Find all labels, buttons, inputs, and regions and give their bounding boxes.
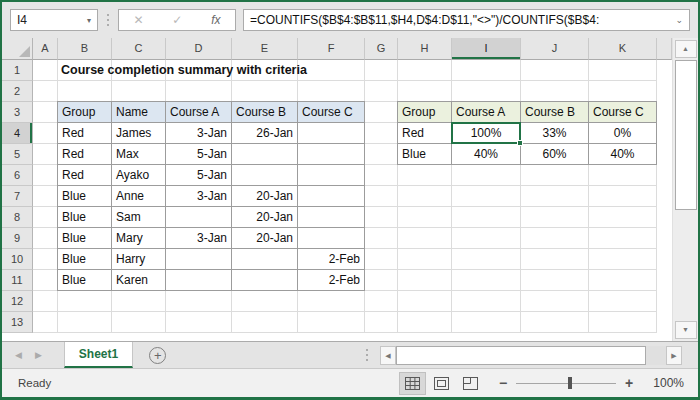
cell-A1[interactable] — [33, 60, 58, 81]
main-table-cell[interactable]: Blue — [58, 249, 112, 270]
cell-G2[interactable] — [365, 81, 398, 102]
cell-H2[interactable] — [398, 81, 452, 102]
page-break-view-button[interactable] — [457, 372, 484, 395]
row-header-1[interactable]: 1 — [2, 60, 33, 81]
cell-H7[interactable] — [398, 186, 452, 207]
name-box[interactable]: I4 ▾ — [10, 9, 98, 31]
row-header-2[interactable]: 2 — [2, 81, 33, 102]
main-table-cell[interactable] — [298, 144, 365, 165]
main-table-cell[interactable]: 2-Feb — [298, 270, 365, 291]
main-table-cell[interactable]: 5-Jan — [166, 144, 232, 165]
main-table-header-cell[interactable]: Name — [112, 102, 166, 123]
cell-K11[interactable] — [589, 270, 657, 291]
cell-C12[interactable] — [112, 291, 166, 312]
cell-G8[interactable] — [365, 207, 398, 228]
main-table-cell[interactable]: Red — [58, 144, 112, 165]
cell-I8[interactable] — [452, 207, 521, 228]
cell-E2[interactable] — [232, 81, 298, 102]
main-table-cell[interactable]: 20-Jan — [232, 228, 298, 249]
summary-table-cell[interactable]: 33% — [521, 123, 589, 144]
cell-K9[interactable] — [589, 228, 657, 249]
cell-K13[interactable] — [589, 312, 657, 333]
column-header-C[interactable]: C — [112, 38, 166, 60]
cell-J10[interactable] — [521, 249, 589, 270]
cell-J6[interactable] — [521, 165, 589, 186]
main-table-header-cell[interactable]: Group — [58, 102, 112, 123]
cell-G10[interactable] — [365, 249, 398, 270]
main-table-cell[interactable]: Red — [58, 123, 112, 144]
main-table-cell[interactable]: Mary — [112, 228, 166, 249]
row-header-11[interactable]: 11 — [2, 270, 33, 291]
main-table-cell[interactable] — [298, 228, 365, 249]
column-header-G[interactable]: G — [365, 38, 398, 60]
column-header-J[interactable]: J — [521, 38, 589, 60]
page-layout-view-button[interactable] — [428, 372, 455, 395]
main-table-header-cell[interactable]: Course B — [232, 102, 298, 123]
insert-function-icon[interactable]: fx — [211, 13, 220, 27]
cell-H1[interactable] — [398, 60, 452, 81]
cell-K10[interactable] — [589, 249, 657, 270]
column-header-B[interactable]: B — [58, 38, 112, 60]
cell-H6[interactable] — [398, 165, 452, 186]
cell-H10[interactable] — [398, 249, 452, 270]
normal-view-button[interactable] — [399, 372, 426, 395]
cell-I9[interactable] — [452, 228, 521, 249]
main-table-cell[interactable]: Karen — [112, 270, 166, 291]
cell-A10[interactable] — [33, 249, 58, 270]
fill-handle[interactable] — [517, 140, 523, 146]
formula-bar-input[interactable]: =COUNTIFS($B$4:$B$11,$H4,D$4:D$11,"<>")/… — [243, 9, 690, 31]
scroll-left-icon[interactable]: ◀ — [380, 346, 396, 365]
cell-J2[interactable] — [521, 81, 589, 102]
summary-table-header-cell[interactable]: Course A — [452, 102, 521, 123]
cell-I10[interactable] — [452, 249, 521, 270]
cell-I7[interactable] — [452, 186, 521, 207]
main-table-cell[interactable] — [298, 207, 365, 228]
zoom-level[interactable]: 100% — [653, 376, 684, 390]
cell-I11[interactable] — [452, 270, 521, 291]
cell-J7[interactable] — [521, 186, 589, 207]
horizontal-scrollbar-track[interactable] — [646, 346, 666, 365]
main-table-cell[interactable]: Blue — [58, 270, 112, 291]
cell-I6[interactable] — [452, 165, 521, 186]
summary-table-cell[interactable]: Red — [398, 123, 452, 144]
cell-B13[interactable] — [58, 312, 112, 333]
tab-nav-right-icon[interactable]: ▶ — [35, 350, 42, 360]
column-header-K[interactable]: K — [589, 38, 657, 60]
cell-G5[interactable] — [365, 144, 398, 165]
cell-E12[interactable] — [232, 291, 298, 312]
main-table-cell[interactable] — [166, 207, 232, 228]
cell-H8[interactable] — [398, 207, 452, 228]
cell-J11[interactable] — [521, 270, 589, 291]
vertical-scrollbar-thumb[interactable] — [675, 60, 697, 210]
main-table-header-cell[interactable]: Course C — [298, 102, 365, 123]
add-sheet-icon[interactable]: + — [149, 347, 166, 364]
row-header-7[interactable]: 7 — [2, 186, 33, 207]
cell-G4[interactable] — [365, 123, 398, 144]
cell-I13[interactable] — [452, 312, 521, 333]
cell-G6[interactable] — [365, 165, 398, 186]
cell-D13[interactable] — [166, 312, 232, 333]
enter-icon[interactable]: ✓ — [172, 13, 182, 27]
row-header-6[interactable]: 6 — [2, 165, 33, 186]
row-header-13[interactable]: 13 — [2, 312, 33, 333]
cell-A4[interactable] — [33, 123, 58, 144]
cell-E13[interactable] — [232, 312, 298, 333]
cell-J8[interactable] — [521, 207, 589, 228]
cell-K12[interactable] — [589, 291, 657, 312]
column-header-F[interactable]: F — [298, 38, 365, 60]
vertical-scrollbar[interactable]: ▲ ▼ — [672, 38, 698, 341]
cell-A12[interactable] — [33, 291, 58, 312]
cell-K1[interactable] — [589, 60, 657, 81]
column-header-A[interactable]: A — [33, 38, 58, 60]
cell-F1[interactable] — [298, 60, 365, 81]
cell-J1[interactable] — [521, 60, 589, 81]
formula-bar-expand-icon[interactable]: ⌄ — [669, 15, 683, 25]
cell-C2[interactable] — [112, 81, 166, 102]
main-table-cell[interactable]: 5-Jan — [166, 165, 232, 186]
cell-F13[interactable] — [298, 312, 365, 333]
summary-table-header-cell[interactable]: Group — [398, 102, 452, 123]
scroll-up-icon[interactable]: ▲ — [675, 40, 697, 58]
cell-I2[interactable] — [452, 81, 521, 102]
summary-table-cell[interactable]: 40% — [589, 144, 657, 165]
column-header-E[interactable]: E — [232, 38, 298, 60]
